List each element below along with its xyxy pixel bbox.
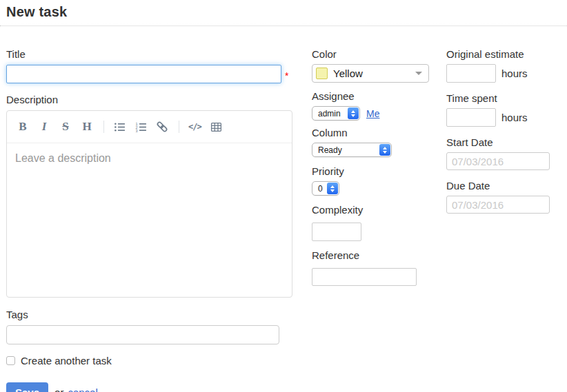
create-another-row: Create another task: [6, 355, 294, 367]
required-asterisk: *: [285, 70, 288, 81]
assign-me-link[interactable]: Me: [366, 108, 379, 119]
column-select[interactable]: Ready: [312, 143, 392, 157]
heading-icon[interactable]: H: [81, 119, 93, 134]
start-date-label: Start Date: [446, 136, 567, 148]
title-input[interactable]: [6, 65, 281, 83]
new-task-page: New task Title * Description B I S H: [0, 0, 567, 392]
reference-input[interactable]: [312, 268, 417, 286]
italic-icon[interactable]: I: [38, 119, 50, 134]
color-swatch: [316, 68, 328, 79]
hours-suffix: hours: [501, 68, 528, 79]
original-estimate-label: Original estimate: [446, 48, 567, 60]
color-select[interactable]: Yellow: [312, 64, 429, 83]
toolbar-divider: [179, 121, 179, 133]
editor-toolbar: B I S H: [7, 111, 292, 143]
due-date-label: Due Date: [446, 180, 567, 192]
due-date-input[interactable]: [446, 196, 550, 214]
bold-icon[interactable]: B: [17, 119, 29, 134]
reference-label: Reference: [312, 249, 430, 261]
description-editor: B I S H: [6, 110, 292, 298]
column-value: Ready: [318, 145, 379, 155]
select-stepper-icon: [327, 183, 338, 194]
color-label: Color: [312, 48, 430, 60]
priority-value: 0: [318, 184, 327, 194]
assignee-value: admin: [318, 109, 348, 118]
strikethrough-icon[interactable]: S: [59, 119, 72, 134]
priority-label: Priority: [312, 165, 430, 177]
or-text: or: [54, 386, 63, 392]
create-another-checkbox[interactable]: [6, 356, 15, 365]
hours-suffix: hours: [501, 112, 528, 123]
time-spent-input[interactable]: [446, 108, 496, 127]
chevron-down-icon: [415, 72, 422, 75]
title-label: Title: [6, 48, 294, 60]
page-header: New task: [0, 4, 567, 26]
table-icon[interactable]: [210, 119, 223, 134]
tags-label: Tags: [6, 309, 294, 320]
toolbar-divider: [103, 121, 104, 133]
time-spent-label: Time spent: [446, 92, 567, 104]
select-stepper-icon: [348, 107, 359, 119]
cancel-link[interactable]: cancel: [68, 386, 97, 392]
color-value: Yellow: [333, 68, 415, 79]
numbered-list-icon[interactable]: 1 2 3: [135, 119, 147, 134]
start-date-input[interactable]: [446, 152, 550, 170]
code-icon[interactable]: </>: [188, 119, 201, 134]
description-textarea[interactable]: Leave a description: [7, 143, 292, 174]
bullet-list-icon[interactable]: [113, 119, 126, 134]
select-stepper-icon: [379, 144, 390, 156]
svg-text:3: 3: [135, 128, 137, 132]
original-estimate-input[interactable]: [446, 64, 496, 83]
description-placeholder: Leave a description: [15, 152, 111, 164]
assignee-select[interactable]: admin: [312, 106, 360, 121]
complexity-label: Complexity: [312, 204, 430, 216]
assignee-label: Assignee: [312, 90, 430, 102]
complexity-input[interactable]: [312, 223, 361, 241]
save-button[interactable]: Save: [6, 382, 48, 392]
link-icon[interactable]: [156, 119, 168, 134]
column-label: Column: [312, 127, 430, 138]
tags-input[interactable]: [6, 325, 279, 344]
priority-select[interactable]: 0: [312, 181, 339, 196]
description-label: Description: [6, 94, 294, 105]
page-title: New task: [6, 4, 566, 20]
create-another-label[interactable]: Create another task: [21, 355, 112, 367]
